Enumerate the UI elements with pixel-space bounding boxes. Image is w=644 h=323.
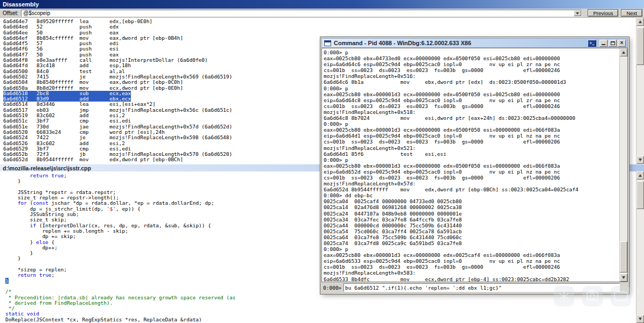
disasm-line[interactable]: 6a6d650a 8b8d20ffffff mov ecx,dword ptr … [3,85,183,91]
command-output-line: 0025ca34 03ca7fec 03ca7fe8 6a4fccfb 03ca… [324,217,619,222]
badge-icon [614,291,628,301]
scroll-down-icon[interactable] [636,156,644,164]
disasm-bytes: 8b854cffffff [36,35,79,41]
command-output-line: 0025ca24 0447107a 048b9eb8 00000000 0000… [324,211,619,217]
close-button[interactable]: × [618,40,626,47]
command-title: Command - Pid 4088 - WinDbg:6.12.0002.63… [334,40,471,46]
disasm-mnemonic: je [79,135,109,140]
command-output-line: 6a6d64c8 8b7024 mov esi,dword ptr [eax+2… [324,115,619,121]
scroll-up-icon[interactable] [636,171,644,180]
command-scrollbar-thumb[interactable] [620,241,627,272]
disassembly-scrollbar[interactable] [636,18,644,164]
combo-dropdown-button[interactable] [574,10,581,16]
disasm-bytes: 56 [36,46,79,52]
command-output-line: 0025ca04 0025caf4 00000000 04733ed0 0025… [324,198,619,204]
dock-button[interactable]: >_ [588,40,596,47]
command-output-line: cs=001b ss=0023 ds=0023 es=0023 fs=003b … [324,103,619,109]
snowflake-icon [564,291,565,302]
maximize-button[interactable] [609,40,617,47]
disasm-line[interactable]: 6a6d652d 8b9544ffffff mov edx,dword ptr … [3,157,183,162]
disasm-address: 6a6d652d [3,157,36,162]
command-window: Command - Pid 4088 - WinDbg:6.12.0002.63… [320,37,629,294]
offset-label: Offset: [3,10,18,16]
command-output-line: mozjs!FindReplaceLength+0x583: [324,270,619,276]
scroll-down-icon[interactable] [620,274,627,282]
command-output-line: eip=6a6d64d1 esp=0025c9d4 ebp=0025cac0 i… [324,133,619,139]
command-output-line: eax=0025cb80 ebx=000001d3 ecx=00000000 e… [324,91,619,97]
disassembly-scrollbar-thumb[interactable] [636,27,644,65]
scroll-up-icon[interactable] [636,18,644,26]
titlebar-buttons: >_ × [588,40,626,47]
command-output-line: 0025ca44 000000cd 0000000c 75cc509b 6c43… [324,222,619,228]
command-output-line: cs=001b ss=0023 ds=0023 es=0023 fs=003b … [324,67,619,73]
command-output-line: eip=6a6d64c8 esp=0025c9d4 ebp=0025cac0 i… [324,97,619,103]
disasm-operands: edx,dword ptr [ebp-0BCh] [109,157,183,162]
command-output-line: 0:000> p [324,121,619,127]
command-output-line: eax=0025cb80 ebx=000001d3 ecx=00000000 e… [324,163,619,169]
disasm-operands: mozjs!FindReplaceLength+0x598 (6a6d6548) [109,135,232,140]
source-scrollbar[interactable] [636,171,644,323]
command-output-line: 0025ca64 03ca7fe8 75cc509b 6c431440 75cd… [324,234,619,240]
disasm-bytes: 8b9544ffffff [36,157,79,162]
dock-icon: >_ [590,41,594,45]
chevron-down-icon [576,12,579,15]
disasm-address: 6a6d6524 [3,135,36,140]
disasm-line[interactable]: 6a6d64f8 e8e3aaffff call mozjs!Interpret… [3,58,208,63]
disassembly-toolbar: Offset: @$scopeip Previous Next [0,9,644,18]
disassembly-titlebar[interactable]: Disassembly [0,0,644,9]
badge-chip [611,286,631,306]
camera-chip [582,286,603,306]
player-watermark [554,286,631,306]
command-output-line: 0025ca74 03ca7fd8 0025ca9c 6a591bd5 03ca… [324,240,619,246]
command-output-line: cs=001b ss=0023 ds=0023 es=0023 fs=003b … [324,264,619,270]
disasm-bytes: 8d9520ffffff [36,19,79,24]
command-output-line: 0:000> p [324,49,619,55]
disassembly-title: Disassembly [3,1,39,8]
command-output-line: 6a6d6533 8b4dfc mov ecx,dword ptr [ebp-4… [324,276,619,282]
command-output-line: cs=001b ss=0023 ds=0023 es=0023 fs=003b … [324,139,619,145]
maximize-icon [611,41,615,45]
disasm-operands: mozjs!FindReplaceLength+0x56c (6a6d651c) [109,107,232,113]
disasm-operands: eax,dword ptr [ebp-0B4h] [109,35,183,41]
command-scrollbar[interactable] [619,48,627,282]
source-line: * derived from FindReplaceLength). [5,300,636,306]
command-output-line: mozjs!FindReplaceLength+0x57d: [324,181,619,186]
command-output-line: eip=6a6d6533 esp=0025c9d4 ebp=0025cac0 i… [324,258,619,264]
disasm-bytes: 7422 [36,135,79,140]
command-output-line: 0:000> p [324,246,619,252]
disasm-line[interactable]: 6a6d6524 7422 je mozjs!FindReplaceLength… [3,135,232,140]
command-output-line: 0:000> p [324,85,619,91]
command-output-line: 0025ca14 02a476d8 06981268 00000002 0025… [324,204,619,210]
source-line: */ [5,306,636,311]
source-scrollbar-thumb[interactable] [636,181,644,209]
command-output-line: mozjs!FindReplaceLength+0x518: [324,109,619,115]
disasm-mnemonic: mov [79,157,109,162]
command-prompt: 0:000> [323,285,343,291]
command-window-icon [324,40,331,46]
disasm-bytes: 52 [36,24,79,30]
scroll-down-icon[interactable] [636,315,644,323]
command-output-line: mozjs!FindReplaceLength+0x521: [324,145,619,151]
command-output-line: eip=6a6d64c6 esp=0025c9d4 ebp=0025cac0 i… [324,61,619,67]
command-output-line: 6a6d64c6 8b1a mov ebx,dword ptr [edx] ds… [324,79,619,85]
camera-icon [587,292,598,300]
minimize-button[interactable] [599,40,608,47]
command-output-line: 0:000> dd ebp-bc [324,192,619,198]
command-titlebar[interactable]: Command - Pid 4088 - WinDbg:6.12.0002.63… [321,38,628,48]
source-line: DoReplace(JSContext *cx, RegExpStatics *… [5,317,636,322]
disasm-bytes: 57 [36,41,79,46]
offset-value: @$scopeip [21,10,574,16]
command-body: 0:000> p eax=0025cb80 ebx=04733ed0 ecx=0… [321,48,628,282]
disasm-line[interactable]: 6a6d64ef 8b854cffffff mov eax,dword ptr … [3,35,183,41]
scroll-up-icon[interactable] [620,48,627,56]
command-output-line: 6a6d64d1 85f6 test esi,esi [324,151,619,157]
command-output-line: eax=0025cb80 ebx=000001d3 ecx=00000000 e… [324,127,619,133]
command-output: 0:000> p eax=0025cb80 ebx=04733ed0 ecx=0… [322,48,619,282]
command-output-line: cs=001b ss=0023 ds=0023 es=0023 fs=003b … [324,175,619,181]
next-button[interactable]: Next [621,9,642,17]
command-output-line: 6a6d652d 8b9544ffffff mov edx,dword ptr … [324,186,619,192]
previous-button[interactable]: Previous [588,9,618,17]
offset-combobox[interactable]: @$scopeip [21,10,582,17]
command-output-line: 0:000> p [324,157,619,163]
source-title: d:\mozilla-release\js\src\jsstr.cpp [3,165,91,171]
